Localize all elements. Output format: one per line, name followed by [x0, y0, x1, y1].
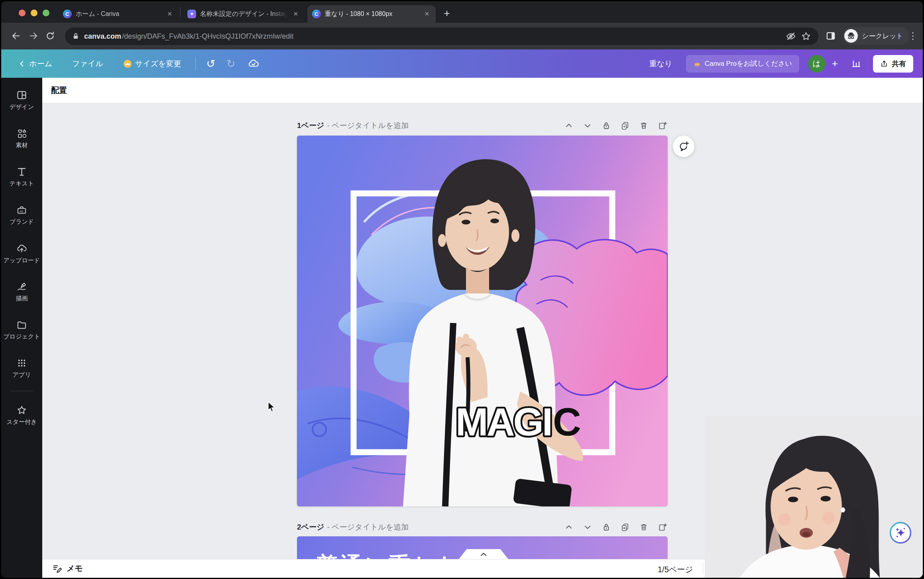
- svg-text:co.: co.: [20, 209, 24, 212]
- heart-icon: ♥: [187, 10, 196, 18]
- export-icon: [880, 60, 888, 68]
- trash-icon[interactable]: [639, 120, 649, 131]
- expand-panel-handle[interactable]: [459, 549, 508, 559]
- url-path: /design/DAFs_FvAb3k/1-QHvcIsQJ1IOf7xNrzm…: [122, 32, 293, 41]
- object-panel-rail: デザイン 素材 テキスト co. ブランド アップロード 描画 プロジェクト ア: [1, 78, 42, 578]
- close-window-button[interactable]: [19, 10, 26, 16]
- add-comment-button[interactable]: [673, 136, 694, 157]
- page2-caption-text[interactable]: 普通に重ねた時: [316, 551, 485, 559]
- address-bar[interactable]: canva.com/design/DAFs_FvAb3k/1-QHvcIsQJ1…: [65, 28, 818, 45]
- tab-kasanari-active[interactable]: C 重なり - 1080 × 1080px ✕: [307, 5, 436, 23]
- avatar[interactable]: は: [808, 55, 826, 73]
- back-to-home-button[interactable]: ホーム: [18, 59, 52, 69]
- magic-solid-letter[interactable]: C: [553, 400, 580, 444]
- sidebar-item-apps[interactable]: アプリ: [1, 352, 42, 384]
- tab-close-icon[interactable]: ✕: [165, 10, 174, 18]
- sidebar-item-text[interactable]: テキスト: [1, 160, 42, 193]
- canva-pro-trial-button[interactable]: Canva Proをお試しください: [686, 55, 799, 73]
- sidebar-item-design[interactable]: デザイン: [1, 84, 42, 116]
- sidebar-item-starred[interactable]: スター付き: [1, 399, 42, 431]
- tab-title: ホーム - Canva: [76, 10, 161, 18]
- tab-strip: C ホーム - Canva ✕ ♥ 名称未設定のデザイン - Instagram…: [1, 1, 923, 23]
- tab-title: 重なり - 1080 × 1080px: [325, 10, 419, 18]
- zoom-window-button[interactable]: [43, 10, 49, 16]
- notes-icon: [52, 563, 63, 574]
- tab-title: 名称未設定のデザイン - Instagram: [200, 10, 287, 18]
- add-page-icon[interactable]: [657, 522, 668, 532]
- lock-icon[interactable]: [601, 522, 611, 532]
- chevron-up-icon: [480, 552, 487, 557]
- projects-icon: [16, 319, 27, 330]
- incognito-icon: [844, 29, 858, 43]
- sidebar-item-draw[interactable]: 描画: [1, 275, 42, 308]
- cloud-check-icon: [248, 58, 260, 70]
- design-icon: [16, 90, 27, 100]
- lock-icon: [72, 33, 79, 40]
- eye-off-icon[interactable]: [786, 31, 796, 41]
- url-host: canva.com: [84, 32, 121, 41]
- editor-header: ホーム ファイル サイズを変更 ↺ ↻ 重なり Canva Proをお試しくださ…: [1, 49, 923, 78]
- chevron-up-icon[interactable]: [564, 120, 574, 131]
- duplicate-icon[interactable]: [620, 522, 630, 532]
- sparkle-icon: [889, 521, 912, 544]
- notes-button[interactable]: メモ: [52, 563, 83, 574]
- chevron-up-icon[interactable]: [564, 522, 574, 532]
- page1-artwork[interactable]: MAGIC: [297, 136, 668, 506]
- divider: [195, 57, 196, 71]
- page-indicator[interactable]: 1/5ページ: [658, 564, 693, 575]
- page2-header: 2ページ- ページタイトルを追加: [297, 520, 668, 534]
- lock-icon[interactable]: [601, 120, 611, 131]
- crown-icon: [123, 59, 132, 68]
- incognito-label: シークレット: [862, 32, 903, 41]
- add-page-icon[interactable]: [657, 120, 668, 131]
- page2-title[interactable]: 2ページ- ページタイトルを追加: [297, 522, 409, 532]
- duplicate-icon[interactable]: [620, 120, 630, 131]
- side-panel-icon[interactable]: [823, 28, 838, 43]
- sidebar-item-brand[interactable]: co. ブランド: [1, 199, 42, 231]
- elements-icon: [16, 128, 27, 139]
- redo-icon[interactable]: ↻: [226, 57, 236, 70]
- tab-close-icon[interactable]: ✕: [423, 10, 431, 18]
- mouse-cursor: [267, 402, 277, 413]
- trash-icon[interactable]: [639, 522, 649, 532]
- canva-icon: C: [63, 10, 72, 18]
- add-member-button[interactable]: +: [832, 57, 838, 70]
- add-comment-icon: [678, 141, 689, 152]
- magic-text[interactable]: MAGIC: [456, 400, 580, 444]
- tab-canva-home[interactable]: C ホーム - Canva ✕: [58, 5, 179, 23]
- canva-assistant-button[interactable]: [889, 521, 912, 544]
- apps-icon: [16, 358, 27, 368]
- browser-toolbar: canva.com/design/DAFs_FvAb3k/1-QHvcIsQJ1…: [1, 23, 923, 49]
- position-button[interactable]: 配置: [51, 85, 67, 96]
- design-title[interactable]: 重なり: [649, 59, 672, 69]
- file-menu-button[interactable]: ファイル: [72, 59, 103, 69]
- chevron-down-icon[interactable]: [582, 522, 593, 532]
- bar-chart-icon[interactable]: [851, 59, 861, 69]
- sidebar-item-elements[interactable]: 素材: [1, 122, 42, 155]
- chevron-down-icon[interactable]: [582, 120, 593, 131]
- back-icon[interactable]: [8, 28, 24, 43]
- divider: [703, 563, 703, 575]
- tab-untitled-design[interactable]: ♥ 名称未設定のデザイン - Instagram ✕: [183, 5, 305, 23]
- new-tab-button[interactable]: +: [440, 6, 454, 20]
- forward-icon[interactable]: [26, 28, 41, 43]
- page1-canvas[interactable]: MAGIC: [297, 136, 668, 506]
- kebab-menu-icon[interactable]: ⋮: [905, 28, 920, 43]
- draw-icon: [16, 281, 27, 292]
- sidebar-item-uploads[interactable]: アップロード: [1, 237, 42, 270]
- minimize-window-button[interactable]: [31, 10, 37, 16]
- tab-close-icon[interactable]: ✕: [291, 10, 300, 18]
- magic-outline-text[interactable]: MAGI: [456, 400, 551, 444]
- resize-button[interactable]: サイズを変更: [123, 59, 181, 69]
- page1-title[interactable]: 1ページ- ページタイトルを追加: [297, 120, 409, 131]
- sidebar-item-projects[interactable]: プロジェクト: [1, 313, 42, 346]
- star-icon[interactable]: [801, 31, 811, 41]
- presenter-webcam-overlay: [705, 416, 923, 578]
- undo-icon[interactable]: ↺: [206, 57, 215, 70]
- tab-separator: [180, 7, 181, 17]
- incognito-badge: シークレット: [842, 27, 910, 45]
- context-toolbar: 配置: [42, 78, 923, 103]
- chevron-left-icon: [18, 60, 26, 68]
- reload-icon[interactable]: [43, 28, 58, 43]
- share-button[interactable]: 共有: [873, 55, 913, 73]
